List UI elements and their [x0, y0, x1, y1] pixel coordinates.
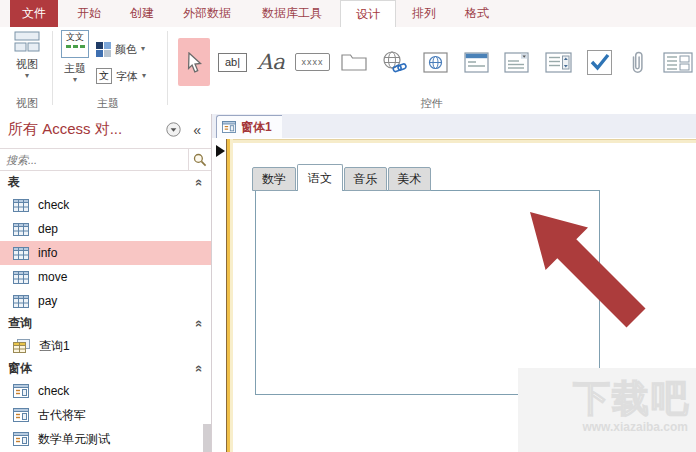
- colors-icon: [96, 42, 111, 57]
- colors-button[interactable]: 颜色 ▾: [96, 38, 162, 60]
- views-icon: [14, 30, 40, 54]
- form-icon: [222, 121, 236, 133]
- group-header-tables[interactable]: 表 «: [0, 172, 211, 193]
- tab-file[interactable]: 文件: [10, 0, 58, 27]
- form-icon: [13, 408, 29, 422]
- nav-pane-list: 表 « check dep info move pay: [0, 172, 211, 451]
- tab-arrange[interactable]: 排列: [398, 0, 450, 27]
- select-tool-button[interactable]: [178, 38, 210, 86]
- form-left-edge: [226, 139, 233, 452]
- nav-pane-title: 所有 Access 对...: [8, 120, 122, 139]
- navigation-control-button[interactable]: [459, 38, 493, 86]
- group-label: 查询: [8, 315, 32, 332]
- nav-item-table-info[interactable]: info: [0, 241, 211, 265]
- annotation-arrow: [500, 192, 675, 342]
- access-window: 文件 开始 创建 外部数据 数据库工具 设计 排列 格式 视图 ▾ 视图: [0, 0, 696, 452]
- label-control-button[interactable]: Aa: [255, 38, 287, 86]
- form-tab-art[interactable]: 美术: [388, 167, 431, 191]
- collapse-chevron-icon: «: [192, 365, 207, 372]
- nav-item-table-check[interactable]: check: [0, 193, 211, 217]
- nav-item-label: move: [38, 270, 67, 284]
- group-label: 窗体: [8, 360, 32, 377]
- collapse-chevron-icon: «: [192, 320, 207, 327]
- search-input[interactable]: [0, 149, 188, 170]
- query-icon: [13, 339, 30, 353]
- attachment-control-button[interactable]: [623, 38, 651, 86]
- collapse-chevron-icon: «: [192, 179, 207, 186]
- textbox-control-button[interactable]: ab|: [217, 38, 248, 86]
- controls-group-label: 控件: [167, 96, 696, 111]
- fonts-button[interactable]: 文 字体 ▾: [96, 65, 162, 87]
- subform-icon: [663, 52, 693, 73]
- paperclip-icon: [629, 49, 646, 76]
- group-divider: [167, 31, 168, 105]
- form-tab-label: 语文: [308, 170, 332, 187]
- table-icon: [13, 295, 29, 308]
- nav-item-table-move[interactable]: move: [0, 265, 211, 289]
- nav-item-form-check[interactable]: check: [0, 379, 211, 403]
- themes-icon: 文文: [61, 30, 89, 58]
- navigation-pane: 所有 Access 对... « 表 « c: [0, 114, 212, 452]
- tab-format[interactable]: 格式: [452, 0, 502, 27]
- nav-item-label: 数学单元测试: [38, 431, 110, 448]
- dropdown-arrow-icon: ▾: [141, 46, 145, 52]
- search-box: [0, 148, 211, 171]
- form-icon: [13, 432, 29, 446]
- views-button-label: 视图: [16, 57, 38, 72]
- nav-item-label: 古代将军: [38, 407, 86, 424]
- fonts-icon: 文: [96, 68, 112, 84]
- shutter-bar-close-button[interactable]: «: [193, 122, 201, 138]
- check-box-icon: [587, 50, 612, 75]
- tab-external-data[interactable]: 外部数据: [170, 0, 244, 27]
- list-box-spinner-icon: [545, 52, 572, 73]
- nav-item-table-pay[interactable]: pay: [0, 289, 211, 313]
- themes-group-label: 主题: [54, 96, 162, 111]
- nav-item-table-dep[interactable]: dep: [0, 217, 211, 241]
- table-icon: [13, 247, 29, 260]
- views-group-label: 视图: [4, 96, 50, 111]
- web-browser-control-button[interactable]: [418, 38, 452, 86]
- tab-home[interactable]: 开始: [64, 0, 114, 27]
- web-browser-icon: [423, 52, 448, 73]
- nav-item-label: 查询1: [39, 338, 70, 355]
- dropdown-arrow-icon: ▾: [142, 73, 146, 79]
- nav-item-form-gudaijiangjun[interactable]: 古代将军: [0, 403, 211, 427]
- themes-button[interactable]: 文文 主题 ▾: [54, 30, 96, 92]
- form-top-edge: [226, 139, 696, 143]
- hyperlink-control-button[interactable]: [377, 38, 411, 86]
- dropdown-circle-icon: [166, 122, 181, 137]
- nav-item-label: check: [38, 198, 69, 212]
- check-box-control-button[interactable]: [583, 38, 616, 86]
- form-tab-label: 音乐: [354, 171, 378, 188]
- tab-design[interactable]: 设计: [340, 0, 396, 28]
- form-tab-label: 美术: [398, 171, 422, 188]
- nav-pane-scrollbar[interactable]: [203, 424, 211, 452]
- combo-box-control-button[interactable]: [500, 38, 533, 86]
- table-icon: [13, 223, 29, 236]
- tab-database-tools[interactable]: 数据库工具: [248, 0, 336, 27]
- nav-item-label: pay: [38, 294, 57, 308]
- form-tab-music[interactable]: 音乐: [344, 167, 387, 191]
- nav-item-query-1[interactable]: 查询1: [0, 334, 211, 358]
- textbox-icon: ab|: [218, 53, 247, 72]
- group-header-queries[interactable]: 查询 «: [0, 313, 211, 334]
- views-button[interactable]: 视图 ▾: [6, 30, 48, 92]
- group-header-forms[interactable]: 窗体 «: [0, 358, 211, 379]
- combo-box-icon: [504, 52, 529, 73]
- document-tab-label: 窗体1: [241, 119, 272, 136]
- controls-gallery: ab| Aa xxxx: [178, 37, 696, 87]
- list-box-control-button[interactable]: [540, 38, 576, 86]
- form-tab-chinese[interactable]: 语文: [297, 164, 343, 191]
- navigation-control-icon: [464, 52, 489, 73]
- nav-item-form-shuxuedanyuanceshi[interactable]: 数学单元测试: [0, 427, 211, 451]
- ribbon-tab-bar: 文件 开始 创建 外部数据 数据库工具 设计 排列 格式: [0, 0, 696, 27]
- form-tab-math[interactable]: 数学: [252, 167, 296, 191]
- document-tab-form1[interactable]: 窗体1: [216, 115, 282, 138]
- subform-control-button[interactable]: [658, 38, 696, 86]
- tab-control-icon: [341, 52, 367, 72]
- button-control-button[interactable]: xxxx: [294, 38, 331, 86]
- cursor-icon: [186, 52, 203, 73]
- nav-pane-menu-button[interactable]: [166, 122, 181, 137]
- tab-create[interactable]: 创建: [118, 0, 166, 27]
- tab-control-button[interactable]: [338, 38, 370, 86]
